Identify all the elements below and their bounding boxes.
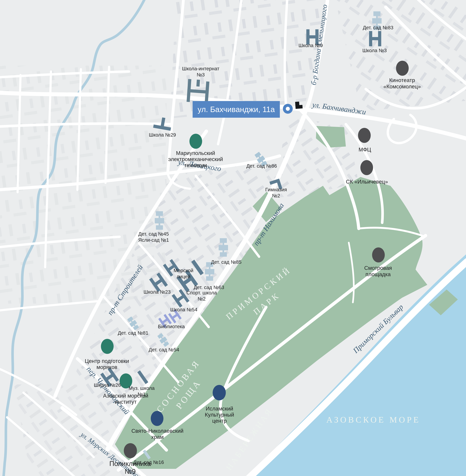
poi-label: Исламский [206, 406, 233, 412]
poi-label: Смотровая [364, 265, 392, 271]
poi-label: Мариупольский [176, 150, 215, 156]
location-marker-center [286, 107, 290, 111]
poi-dot-kinoteatr [396, 61, 409, 76]
building-label: Библиотека [158, 324, 185, 329]
building-label: Школа №26 [94, 382, 121, 388]
building-label: Дет. сад №16 [133, 459, 164, 465]
building-label: Дет. сад №54 [149, 347, 179, 352]
building-label: Морской [174, 268, 193, 273]
poi-label: МФЦ [359, 147, 371, 153]
poi-label: Центр подготовки [85, 358, 129, 364]
poi-dot-poliklinika [124, 443, 137, 458]
poi-label: институт [115, 399, 137, 405]
poi-dot-moryaki [101, 339, 114, 354]
building-label: №3 [197, 72, 205, 78]
poi-dot-sk [360, 160, 373, 175]
building-label: Ясли-сад №1 [138, 237, 169, 243]
building-label: Муз. школа [128, 385, 155, 391]
sea-label: АЗОВСКОЕ МОРЕ [326, 415, 420, 424]
location-marker[interactable] [283, 104, 293, 114]
building-label: Дет. сад №83 [363, 25, 394, 30]
poi-label: площадка [366, 271, 391, 277]
city-map[interactable]: ул. Бахчиванджи б-р Богдана Хмельницкого… [0, 0, 466, 476]
building-label: Школа-интернат [182, 66, 220, 71]
building-label: Дет. сад №45 [138, 231, 169, 237]
poi-label: «Комсомолец» [383, 83, 421, 90]
building-label: Школа №3 [362, 48, 387, 53]
kindergarten-icon [155, 211, 164, 230]
building-label: Дет. сад №86 [246, 163, 277, 169]
building-label: Гимназия [265, 187, 287, 192]
poi-label: центр [212, 418, 227, 424]
poi-label: моряков [96, 364, 117, 370]
building-label: Школа №54 [170, 307, 197, 312]
poi-label: храм [151, 434, 164, 440]
building-label: Спорт. школа [186, 290, 217, 295]
address-badge[interactable]: ул. Бахчиванджи, 11а [193, 101, 280, 118]
building-label: лицей [176, 274, 190, 279]
building-label: №2 [272, 193, 280, 198]
building-label: Школа №29 [149, 132, 176, 138]
poi-dot-islam [213, 385, 226, 400]
kindergarten-icon [219, 238, 228, 257]
building-label: Школа №9 [299, 43, 323, 48]
building-label: №2 [198, 296, 206, 302]
poi-label: электромеханический [168, 156, 223, 162]
poi-label: Культурный [205, 412, 234, 418]
building-label: Дет. сад №63 [194, 285, 224, 290]
building-label: Школа №23 [143, 289, 171, 295]
building-label: Дет. сад №85 [211, 259, 242, 265]
poi-label: Свято-Николаевский [131, 428, 184, 434]
building-label: Дет. сад №81 [118, 330, 148, 336]
poi-label: техникум [184, 162, 207, 168]
building-label: №1 [138, 392, 146, 397]
poi-label: СК «Ильичевец» [346, 179, 388, 185]
poi-dot-mfc [358, 128, 371, 143]
kindergarten-icon [205, 262, 214, 281]
poi-dot-smotrovaya [372, 247, 385, 262]
poi-label: №9 [125, 468, 136, 475]
poi-label: Кинотеатр [389, 77, 415, 83]
poi-dot-tehnikum [189, 134, 202, 149]
address-badge-label: ул. Бахчиванджи, 11а [198, 105, 275, 114]
